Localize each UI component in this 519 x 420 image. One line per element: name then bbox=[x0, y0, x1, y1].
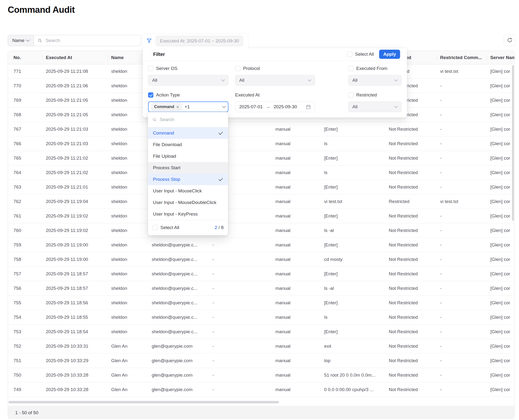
dropdown-item-file-upload[interactable]: File Upload bbox=[148, 150, 228, 162]
filter-chip[interactable]: Executed At: 2025-07-01 ~ 2025-09-30 bbox=[156, 36, 243, 46]
table-cell: sheldon bbox=[108, 180, 148, 194]
search-input[interactable] bbox=[45, 38, 137, 43]
restricted-select[interactable]: All bbox=[348, 102, 402, 112]
dropdown-item-process-stop[interactable]: Process Stop bbox=[148, 174, 228, 185]
column-header[interactable]: Server Name bbox=[487, 51, 514, 64]
table-cell: - bbox=[437, 122, 487, 136]
table-row[interactable]: 7562025-09-29 11:18:57sheldonsheldon@que… bbox=[8, 281, 514, 296]
executed-from-select[interactable]: All bbox=[348, 75, 402, 86]
filter-field-restricted[interactable]: Restricted bbox=[348, 92, 377, 98]
date-to[interactable]: 2025-09-30 bbox=[273, 104, 297, 109]
executed-at-range-picker[interactable]: 2025-07-01 → 2025-09-30 bbox=[235, 102, 315, 112]
table-row[interactable]: 7552025-09-29 11:18:56sheldonsheldon@que… bbox=[8, 296, 514, 310]
selection-count: 2 / 8 bbox=[215, 225, 224, 230]
filter-field-protocol[interactable]: Protocol bbox=[235, 65, 260, 72]
vertical-scrollbar[interactable] bbox=[512, 65, 514, 221]
dropdown-item-file-download[interactable]: File Download bbox=[148, 139, 228, 150]
table-cell: 764 bbox=[8, 165, 42, 180]
arrow-right-icon: → bbox=[266, 104, 270, 109]
table-cell: manual bbox=[272, 281, 321, 295]
table-row[interactable]: 7592025-09-29 11:19:00sheldonsheldon@que… bbox=[8, 238, 514, 252]
remove-tag-icon[interactable]: × bbox=[176, 105, 179, 109]
column-header[interactable]: Name bbox=[108, 51, 148, 64]
refresh-button[interactable] bbox=[504, 34, 515, 46]
table-cell: sheldon@querypie.c... bbox=[148, 281, 209, 295]
table-row[interactable]: 7572025-09-29 11:18:57sheldonsheldon@que… bbox=[8, 267, 514, 281]
dropdown-item-command[interactable]: Command bbox=[148, 127, 228, 139]
filter-trigger[interactable]: Executed At: 2025-07-01 ~ 2025-09-30 bbox=[143, 33, 249, 48]
dropdown-item-user-input-mouseclick[interactable]: User Input - MouseClick bbox=[148, 185, 228, 197]
table-row[interactable]: 7532025-09-29 11:18:54sheldonsheldon@que… bbox=[8, 324, 514, 339]
horizontal-scrollbar[interactable] bbox=[8, 401, 279, 403]
table-row[interactable]: 7492025-09-29 10:33:28Glen Anglen@queryp… bbox=[8, 382, 514, 397]
table-cell: - bbox=[437, 93, 487, 107]
table-row[interactable]: 7612025-09-29 11:19:02sheldonmanual[Ente… bbox=[8, 209, 514, 223]
executed-from-checkbox[interactable] bbox=[348, 66, 354, 71]
table-cell: 2025-09-29 11:21:08 bbox=[42, 64, 108, 78]
filter-field-action-type[interactable]: Action Type bbox=[148, 92, 180, 98]
apply-button[interactable]: Apply bbox=[379, 50, 400, 59]
table-cell: [Enter] bbox=[321, 151, 385, 165]
filter-field-server-os[interactable]: Server OS bbox=[148, 65, 178, 72]
table-cell: [Glen] cor bbox=[487, 165, 514, 180]
table-cell: sheldon bbox=[108, 64, 148, 78]
dropdown-item-process-start[interactable]: Process Start bbox=[148, 162, 228, 174]
table-row[interactable]: 7642025-09-29 11:21:02sheldonmanuallsNot… bbox=[8, 165, 514, 180]
select-all-checkbox[interactable] bbox=[347, 52, 352, 57]
server-os-select[interactable]: All bbox=[148, 75, 228, 86]
search-input-wrap bbox=[34, 35, 141, 46]
search-field-selector[interactable]: Name bbox=[8, 35, 34, 46]
date-from[interactable]: 2025-07-01 bbox=[239, 104, 263, 109]
dropdown-select-all-checkbox[interactable] bbox=[152, 225, 158, 230]
filter-field-executed-from[interactable]: Executed From bbox=[348, 65, 387, 72]
table-row[interactable]: 7672025-09-29 11:21:03sheldonmanual[Ente… bbox=[8, 122, 514, 136]
executed-at-label: Executed At bbox=[235, 92, 259, 98]
table-cell: ls bbox=[321, 310, 385, 324]
action-type-checkbox[interactable] bbox=[148, 92, 153, 98]
dropdown-item-label: File Upload bbox=[153, 154, 176, 159]
table-cell: manual bbox=[272, 324, 321, 339]
table-cell: 766 bbox=[8, 136, 42, 151]
table-cell: - bbox=[437, 79, 487, 93]
server-os-checkbox[interactable] bbox=[148, 66, 153, 71]
protocol-checkbox[interactable] bbox=[235, 66, 241, 71]
table-cell: - bbox=[437, 368, 487, 382]
table-cell: sheldon bbox=[108, 267, 148, 281]
table-cell: ls -al bbox=[321, 281, 385, 295]
table-cell: sheldon bbox=[108, 107, 148, 122]
table-cell: manual bbox=[272, 267, 321, 281]
table-row[interactable]: 7522025-09-29 10:33:31Glen Anglen@queryp… bbox=[8, 339, 514, 353]
table-cell: - bbox=[437, 136, 487, 151]
table-row[interactable]: 7582025-09-29 11:19:00sheldonsheldon@que… bbox=[8, 252, 514, 267]
filter-select-all[interactable]: Select All bbox=[347, 52, 374, 57]
table-row[interactable]: 7652025-09-29 11:21:02sheldonmanual[Ente… bbox=[8, 151, 514, 165]
table-row[interactable]: 7632025-09-29 11:21:01sheldonmanual[Ente… bbox=[8, 180, 514, 194]
action-type-select[interactable]: Command × +1 bbox=[148, 102, 228, 112]
table-row[interactable]: 7602025-09-29 11:19:02sheldonmanualls -a… bbox=[8, 223, 514, 238]
protocol-select[interactable]: All bbox=[235, 75, 315, 86]
action-type-tag-label: Command bbox=[154, 105, 174, 109]
table-row[interactable]: 7662025-09-29 11:21:03sheldonmanuallsNot… bbox=[8, 136, 514, 151]
table-cell: 771 bbox=[8, 64, 42, 78]
filter-funnel-icon[interactable] bbox=[146, 38, 152, 44]
table-cell: manual bbox=[272, 310, 321, 324]
column-header[interactable]: Restricted Comm... bbox=[437, 51, 487, 64]
dropdown-item-user-input-mousedoubleclick[interactable]: User Input - MouseDoubleClick bbox=[148, 197, 228, 208]
table-cell: 761 bbox=[8, 209, 42, 223]
table-cell: 2025-09-29 11:19:02 bbox=[42, 209, 108, 223]
table-cell: [Glen] cor bbox=[487, 136, 514, 151]
restricted-checkbox[interactable] bbox=[348, 92, 354, 98]
dropdown-item-label: User Input - MouseDoubleClick bbox=[153, 200, 216, 205]
column-header[interactable]: No. bbox=[8, 51, 42, 64]
column-header[interactable]: Executed At bbox=[42, 51, 108, 64]
table-cell: [Enter] bbox=[321, 296, 385, 310]
chevron-down-icon bbox=[394, 105, 398, 108]
table-cell: Not Restricted bbox=[385, 324, 437, 339]
dropdown-search-input[interactable] bbox=[159, 117, 224, 122]
table-row[interactable]: 7622025-09-29 11:19:04sheldonmanualvi te… bbox=[8, 194, 514, 209]
table-row[interactable]: 7512025-09-29 10:33:29Glen Anglen@queryp… bbox=[8, 353, 514, 368]
table-cell: 752 bbox=[8, 339, 42, 353]
table-row[interactable]: 7542025-09-29 11:18:55sheldonsheldon@que… bbox=[8, 310, 514, 324]
table-row[interactable]: 7502025-09-29 10:33:28Glen Anglen@queryp… bbox=[8, 368, 514, 382]
dropdown-item-user-input-keypress[interactable]: User Input - KeyPress bbox=[148, 208, 228, 220]
